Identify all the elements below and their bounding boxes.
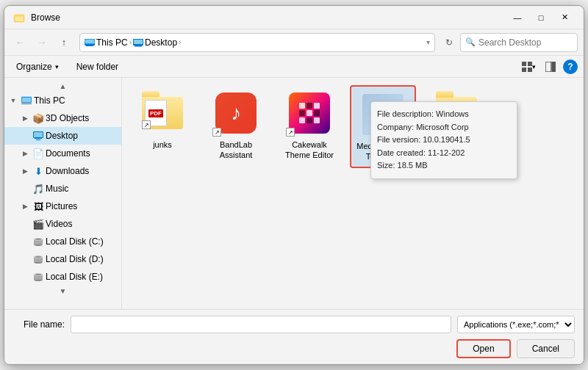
forward-button[interactable]: → — [32, 33, 51, 52]
cakewalk-grid — [299, 103, 320, 123]
tooltip-file-desc: File description: Windows — [377, 108, 511, 121]
local-d-label: Local Disk (D:) — [46, 254, 104, 264]
svg-rect-15 — [552, 62, 556, 72]
search-input[interactable] — [478, 37, 584, 48]
open-button[interactable]: Open — [456, 339, 510, 358]
file-item-bandlab[interactable]: ♪ ↗ BandLab Assistant — [203, 85, 269, 168]
svg-rect-19 — [21, 104, 32, 104]
bottom-bar: File name: Applications (*.exe;*.com;*.i… — [4, 309, 584, 364]
videos-icon: 🎬 — [32, 218, 44, 230]
main-content: ▲ ▼ This PC ▶ 📦 3D Obje — [4, 78, 584, 309]
cancel-button[interactable]: Cancel — [517, 339, 575, 358]
sidebar-item-documents[interactable]: ▶ 📄 Documents — [4, 145, 121, 162]
address-bar[interactable]: This PC › Desktop › ▾ — [79, 33, 435, 52]
cakewalk-shortcut-icon: ↗ — [286, 128, 295, 137]
sidebar-item-local-e[interactable]: Local Disk (E:) — [4, 268, 121, 286]
local-c-label: Local Disk (C:) — [46, 236, 104, 247]
sidebar-item-music[interactable]: 🎵 Music — [4, 180, 121, 197]
tooltip-file-version: File version: 10.0.19041.5 — [377, 134, 511, 147]
this-pc-icon — [21, 95, 32, 106]
svg-rect-14 — [545, 62, 551, 72]
tooltip-size: Size: 18.5 MB — [377, 159, 511, 173]
search-icon: 🔍 — [465, 37, 476, 47]
cakewalk-icon-wrapper: ↗ — [286, 90, 333, 137]
videos-expand-icon — [19, 218, 31, 230]
this-pc-label: This PC — [34, 95, 65, 106]
file-name-row: File name: Applications (*.exe;*.com;*.i… — [13, 316, 575, 333]
tooltip-date-created: Date created: 11-12-202 — [377, 147, 511, 160]
bandlab-icon-wrapper: ♪ ↗ — [212, 90, 259, 137]
3d-expand-icon: ▶ — [19, 112, 31, 124]
files-grid: PDF ↗ junks ♪ ↗ — [129, 85, 576, 168]
view-dropdown-icon: ▾ — [532, 63, 536, 70]
music-expand-icon — [19, 183, 31, 195]
cakewalk-cell-4 — [299, 110, 305, 116]
videos-label: Videos — [46, 219, 72, 229]
refresh-button[interactable]: ↻ — [441, 35, 457, 51]
cakewalk-app-icon — [289, 92, 330, 134]
cakewalk-cell-7 — [299, 117, 305, 123]
maximize-button[interactable]: □ — [531, 10, 551, 25]
sidebar-item-downloads[interactable]: ▶ ⬇ Downloads — [4, 162, 121, 180]
cakewalk-cell-6 — [314, 110, 320, 116]
search-box[interactable]: 🔍 — [460, 33, 578, 52]
up-button[interactable]: ↑ — [54, 33, 74, 52]
file-area[interactable]: PDF ↗ junks ♪ ↗ — [122, 78, 584, 309]
back-button[interactable]: ← — [10, 33, 29, 52]
file-name-input[interactable] — [71, 316, 451, 333]
svg-rect-9 — [135, 46, 142, 47]
address-toolbar: ← → ↑ This PC › — [4, 29, 584, 56]
junks-icon-wrapper: PDF ↗ — [139, 90, 186, 137]
sidebar-item-local-d[interactable]: Local Disk (D:) — [4, 250, 121, 268]
close-button[interactable]: ✕ — [554, 10, 575, 25]
cakewalk-label: Cakewalk Theme Editor — [279, 139, 340, 161]
sidebar-item-desktop[interactable]: Desktop — [4, 127, 121, 145]
local-d-expand-icon — [19, 253, 31, 265]
sidebar-item-local-c[interactable]: Local Disk (C:) — [4, 233, 121, 250]
path-this-pc: This PC — [85, 37, 128, 48]
path-this-pc-label: This PC — [96, 37, 128, 48]
pictures-expand-icon: ▶ — [19, 200, 31, 212]
sidebar-item-pictures[interactable]: ▶ 🖼 Pictures — [4, 197, 121, 215]
new-folder-label: New folder — [76, 62, 118, 72]
svg-rect-4 — [86, 45, 93, 46]
local-e-label: Local Disk (E:) — [46, 272, 103, 282]
file-item-cakewalk[interactable]: ↗ Cakewalk Theme Editor — [276, 85, 343, 168]
minimize-button[interactable]: — — [507, 10, 528, 25]
file-name-label: File name: — [13, 319, 65, 330]
svg-rect-12 — [522, 68, 526, 72]
local-c-disk-icon — [32, 236, 44, 247]
music-icon: 🎵 — [32, 183, 44, 195]
address-dropdown-btn[interactable]: ▾ — [426, 38, 430, 46]
organize-button[interactable]: Organize ▾ — [10, 59, 65, 75]
junks-folder-icon: PDF ↗ — [142, 97, 183, 129]
file-item-junks[interactable]: PDF ↗ junks — [129, 85, 196, 168]
documents-label: Documents — [46, 148, 90, 159]
help-button[interactable]: ? — [563, 59, 578, 74]
sidebar-scroll-down[interactable]: ▼ — [4, 286, 121, 297]
new-folder-button[interactable]: New folder — [71, 59, 124, 75]
svg-point-31 — [35, 256, 41, 258]
sidebar-item-3d-objects[interactable]: ▶ 📦 3D Objects — [4, 109, 121, 127]
bandlab-note-icon: ♪ — [231, 101, 241, 125]
bandlab-app-icon: ♪ — [215, 92, 257, 134]
action-bar: Organize ▾ New folder ▾ — [4, 56, 584, 78]
desktop-label: Desktop — [46, 131, 78, 141]
svg-rect-10 — [522, 62, 526, 66]
view-mode-button[interactable]: ▾ — [519, 59, 538, 75]
sidebar-item-this-pc[interactable]: ▼ This PC — [4, 92, 121, 109]
sidebar-item-videos[interactable]: 🎬 Videos — [4, 215, 121, 233]
pictures-icon: 🖼 — [32, 200, 44, 212]
sidebar-scroll-up[interactable]: ▲ — [4, 81, 121, 92]
svg-rect-6 — [85, 40, 94, 43]
junks-label: junks — [153, 139, 172, 150]
path-sep-2: › — [179, 38, 181, 46]
music-label: Music — [46, 184, 68, 194]
cakewalk-cell-9 — [314, 117, 320, 123]
file-item-mediacreation[interactable]: ✓ MediaCreationTool21H2 File description… — [350, 85, 416, 168]
path-desktop-label: Desktop — [145, 37, 177, 48]
file-type-select[interactable]: Applications (*.exe;*.com;*.icd) — [457, 316, 575, 333]
preview-pane-button[interactable] — [541, 59, 560, 75]
3d-objects-icon: 📦 — [32, 112, 44, 124]
cakewalk-cell-3 — [314, 103, 320, 109]
